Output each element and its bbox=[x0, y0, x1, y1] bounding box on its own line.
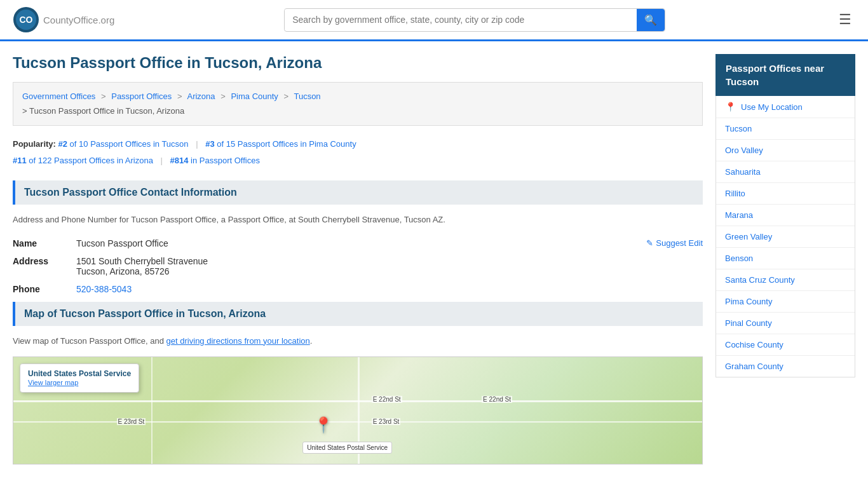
sidebar-link-graham-county[interactable]: Graham County bbox=[725, 362, 783, 371]
contact-phone-label: Phone bbox=[13, 284, 76, 294]
contact-name-row: Name Tucson Passport Office ✎ Suggest Ed… bbox=[13, 238, 703, 248]
site-header: CO CountyOffice.org 🔍 ☰ bbox=[0, 0, 868, 41]
search-box: 🔍 bbox=[284, 8, 665, 32]
map-section: Map of Tucson Passport Office in Tucson,… bbox=[13, 302, 703, 465]
sidebar-link-santa-cruz[interactable]: Santa Cruz County bbox=[725, 275, 795, 285]
sidebar-link-pinal-county[interactable]: Pinal County bbox=[725, 318, 772, 328]
menu-icon[interactable]: ☰ bbox=[835, 8, 855, 32]
sidebar-item-benson[interactable]: Benson bbox=[716, 248, 855, 269]
sidebar-item-cochise-county[interactable]: Cochise County bbox=[716, 334, 855, 356]
sidebar-use-location[interactable]: 📍 Use My Location bbox=[716, 96, 855, 118]
street-label-e23rd2: E 23rd St bbox=[117, 418, 146, 425]
sidebar-item-graham-county[interactable]: Graham County bbox=[716, 356, 855, 377]
map-pin-label: United States Postal Service bbox=[302, 442, 392, 454]
suggest-edit-link[interactable]: ✎ Suggest Edit bbox=[646, 238, 703, 248]
popularity-label: Popularity: bbox=[13, 139, 56, 149]
breadcrumb-current: Tucson Passport Office in Tucson, Arizon… bbox=[29, 106, 184, 116]
contact-description: Address and Phone Number for Tucson Pass… bbox=[13, 214, 703, 227]
contact-phone-row: Phone 520-388-5043 bbox=[13, 284, 703, 294]
breadcrumb-sep-3: > bbox=[220, 92, 226, 101]
sidebar-list: 📍 Use My Location Tucson Oro Valley Sahu… bbox=[715, 96, 855, 377]
map-description: View map of Tucson Passport Office, and … bbox=[13, 335, 703, 348]
directions-link[interactable]: get driving directions from your locatio… bbox=[166, 336, 310, 346]
suggest-edit-label: Suggest Edit bbox=[656, 238, 703, 248]
sidebar-item-green-valley[interactable]: Green Valley bbox=[716, 226, 855, 248]
logo-icon: CO bbox=[13, 6, 39, 33]
popularity-section: Popularity: #2 of 10 Passport Offices in… bbox=[13, 136, 703, 169]
map-popup-title: United States Postal Service bbox=[28, 369, 131, 378]
sidebar-link-green-valley[interactable]: Green Valley bbox=[725, 232, 772, 241]
sidebar-item-rillito[interactable]: Rillito bbox=[716, 183, 855, 205]
contact-phone-value: 520-388-5043 bbox=[76, 284, 703, 294]
breadcrumb: Government Offices > Passport Offices > … bbox=[13, 82, 703, 126]
map-popup: United States Postal Service View larger… bbox=[20, 363, 139, 393]
breadcrumb-sep-1: > bbox=[101, 92, 106, 101]
content-area: Tucson Passport Office in Tucson, Arizon… bbox=[13, 54, 703, 464]
breadcrumb-passport-offices[interactable]: Passport Offices bbox=[111, 92, 172, 101]
street-label-e22nd2: E 22nd St bbox=[482, 396, 512, 403]
search-input[interactable] bbox=[285, 10, 637, 30]
breadcrumb-gov-offices[interactable]: Government Offices bbox=[22, 92, 95, 101]
search-area: 🔍 bbox=[284, 8, 665, 32]
breadcrumb-sep-5: > bbox=[22, 106, 27, 116]
map-placeholder: E 22nd St E 22nd St E 23rd St E 23rd St … bbox=[13, 357, 702, 464]
sidebar-link-tucson[interactable]: Tucson bbox=[725, 124, 752, 133]
name-row: Tucson Passport Office ✎ Suggest Edit bbox=[76, 238, 703, 248]
suggest-edit-icon: ✎ bbox=[646, 238, 653, 248]
logo[interactable]: CO CountyOffice.org bbox=[13, 6, 114, 33]
sidebar-link-oro-valley[interactable]: Oro Valley bbox=[725, 146, 763, 155]
location-pin-icon: 📍 bbox=[725, 102, 736, 112]
sidebar-link-marana[interactable]: Marana bbox=[725, 210, 753, 220]
svg-text:CO: CO bbox=[20, 15, 33, 25]
use-my-location-link[interactable]: Use My Location bbox=[741, 102, 803, 112]
sidebar-link-sahuarita[interactable]: Sahuarita bbox=[725, 167, 761, 177]
map-pin: 📍 bbox=[314, 416, 333, 434]
main-container: Tucson Passport Office in Tucson, Arizon… bbox=[0, 41, 868, 464]
contact-address-row: Address 1501 South Cherrybell Stravenue … bbox=[13, 256, 703, 276]
popularity-rank-4[interactable]: #814 in Passport Offices bbox=[170, 156, 260, 165]
phone-link[interactable]: 520-388-5043 bbox=[76, 284, 132, 294]
sidebar-item-santa-cruz[interactable]: Santa Cruz County bbox=[716, 269, 855, 291]
sidebar-item-sahuarita[interactable]: Sahuarita bbox=[716, 161, 855, 183]
street-label-e23rd: E 23rd St bbox=[372, 418, 401, 425]
sidebar-item-oro-valley[interactable]: Oro Valley bbox=[716, 140, 855, 161]
street-label-e22nd: E 22nd St bbox=[372, 396, 402, 403]
breadcrumb-sep-4: > bbox=[283, 92, 288, 101]
contact-address-value: 1501 South Cherrybell Stravenue Tucson, … bbox=[76, 256, 703, 276]
view-larger-map-link[interactable]: View larger map bbox=[28, 379, 78, 386]
sidebar-item-tucson[interactable]: Tucson bbox=[716, 118, 855, 140]
popularity-rank-3[interactable]: #11 of 122 Passport Offices in Arizona bbox=[13, 156, 153, 165]
contact-name-label: Name bbox=[13, 238, 76, 248]
breadcrumb-tucson[interactable]: Tucson bbox=[294, 92, 320, 101]
sidebar-link-benson[interactable]: Benson bbox=[725, 254, 753, 263]
popularity-rank-1[interactable]: #2 of 10 Passport Offices in Tucson bbox=[58, 139, 189, 149]
road-v1 bbox=[151, 357, 153, 464]
page-title: Tucson Passport Office in Tucson, Arizon… bbox=[13, 54, 703, 72]
address-line1: 1501 South Cherrybell Stravenue bbox=[76, 256, 208, 266]
sidebar-header: Passport Offices near Tucson bbox=[715, 54, 855, 96]
breadcrumb-pima-county[interactable]: Pima County bbox=[231, 92, 278, 101]
pop-divider-1: | bbox=[196, 139, 198, 149]
logo-text: CountyOffice.org bbox=[43, 13, 114, 27]
contact-address-label: Address bbox=[13, 256, 76, 266]
sidebar: Passport Offices near Tucson 📍 Use My Lo… bbox=[715, 54, 855, 464]
contact-name-value: Tucson Passport Office bbox=[76, 238, 646, 248]
breadcrumb-arizona[interactable]: Arizona bbox=[187, 92, 215, 101]
address-line2: Tucson, Arizona, 85726 bbox=[76, 266, 170, 276]
popularity-rank-2[interactable]: #3 of 15 Passport Offices in Pima County bbox=[205, 139, 356, 149]
breadcrumb-sep-2: > bbox=[177, 92, 182, 101]
map-container[interactable]: E 22nd St E 22nd St E 23rd St E 23rd St … bbox=[13, 356, 703, 464]
sidebar-link-cochise-county[interactable]: Cochise County bbox=[725, 340, 783, 349]
contact-section-header: Tucson Passport Office Contact Informati… bbox=[13, 180, 703, 205]
sidebar-item-pima-county[interactable]: Pima County bbox=[716, 291, 855, 313]
map-section-header: Map of Tucson Passport Office in Tucson,… bbox=[13, 302, 703, 326]
map-desc-text: View map of Tucson Passport Office, and bbox=[13, 336, 164, 346]
sidebar-item-marana[interactable]: Marana bbox=[716, 205, 855, 226]
sidebar-link-pima-county[interactable]: Pima County bbox=[725, 297, 772, 306]
pop-divider-2: | bbox=[161, 156, 163, 165]
sidebar-link-rillito[interactable]: Rillito bbox=[725, 189, 745, 198]
search-button[interactable]: 🔍 bbox=[637, 9, 665, 31]
sidebar-item-pinal-county[interactable]: Pinal County bbox=[716, 313, 855, 334]
